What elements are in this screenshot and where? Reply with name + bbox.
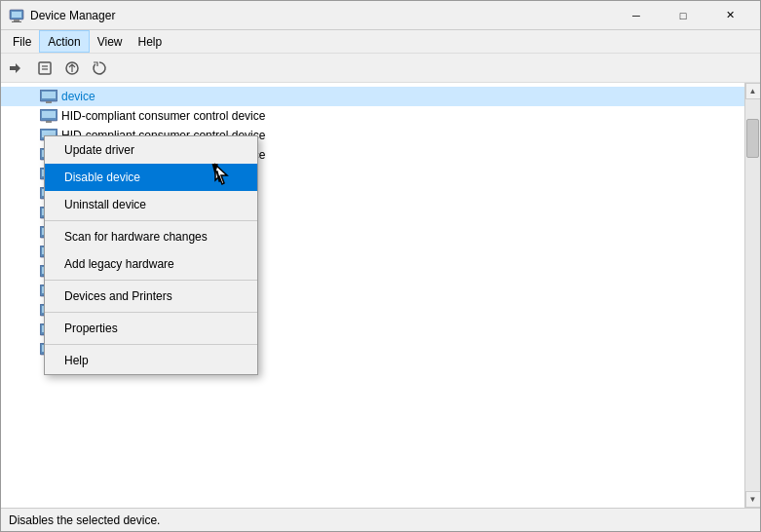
menu-file[interactable]: File: [5, 30, 39, 53]
status-text: Disables the selected device.: [9, 513, 160, 527]
menu-help[interactable]: Help: [131, 30, 171, 53]
menu-item-devices-printers[interactable]: Devices and Printers: [45, 283, 257, 310]
svg-rect-13: [46, 121, 52, 123]
tree-item-label: HID-compliant consumer control device: [61, 109, 265, 123]
menu-view[interactable]: View: [90, 30, 131, 53]
toolbar-back-btn[interactable]: [5, 57, 30, 80]
menu-bar: File Action View Help: [1, 30, 760, 54]
window-title: Device Manager: [30, 9, 614, 22]
device-icon-partial: [40, 88, 57, 105]
toolbar-properties-btn[interactable]: [32, 57, 57, 80]
menu-separator: [45, 344, 257, 345]
vertical-scrollbar[interactable]: ▲ ▼: [744, 83, 760, 508]
scroll-thumb[interactable]: [746, 119, 759, 158]
menu-separator: [45, 220, 257, 221]
toolbar: [1, 54, 760, 83]
scroll-up-arrow[interactable]: ▲: [745, 83, 761, 99]
window-controls: ─ □ ✕: [614, 2, 752, 29]
menu-item-scan-hardware[interactable]: Scan for hardware changes: [45, 223, 257, 250]
device-manager-window: Device Manager ─ □ ✕ File Action View He…: [0, 0, 761, 532]
svg-rect-3: [12, 21, 21, 22]
close-button[interactable]: ✕: [707, 2, 752, 29]
menu-item-update-driver[interactable]: Update driver: [45, 136, 257, 164]
scroll-down-arrow[interactable]: ▼: [745, 491, 761, 508]
status-bar: Disables the selected device.: [1, 508, 760, 531]
svg-rect-10: [46, 101, 52, 103]
tree-item-t1[interactable]: HID-compliant consumer control device: [1, 106, 744, 126]
menu-item-properties[interactable]: Properties: [45, 315, 257, 342]
svg-rect-12: [42, 111, 56, 118]
action-dropdown-menu[interactable]: Update driverDisable deviceUninstall dev…: [44, 135, 258, 375]
svg-rect-4: [39, 62, 51, 74]
menu-item-disable-device[interactable]: Disable device: [45, 164, 257, 191]
toolbar-scan-btn[interactable]: [87, 57, 112, 80]
maximize-button[interactable]: □: [661, 2, 705, 29]
svg-rect-2: [14, 19, 19, 21]
svg-rect-9: [42, 92, 56, 98]
menu-item-help[interactable]: Help: [45, 347, 257, 374]
scroll-track[interactable]: [745, 99, 760, 491]
window-icon: [9, 8, 24, 23]
menu-separator: [45, 312, 257, 313]
menu-item-uninstall-device[interactable]: Uninstall device: [45, 191, 257, 218]
menu-action[interactable]: Action: [39, 30, 89, 53]
partial-item-label: device: [61, 90, 95, 103]
svg-rect-1: [12, 12, 21, 18]
toolbar-update-btn[interactable]: [59, 57, 85, 80]
title-bar: Device Manager ─ □ ✕: [1, 1, 760, 30]
menu-separator: [45, 280, 257, 281]
tree-item-partial[interactable]: device: [1, 87, 744, 106]
menu-item-add-legacy[interactable]: Add legacy hardware: [45, 250, 257, 278]
main-content: device HID-compliant consumer control de…: [1, 83, 760, 508]
device-icon: [40, 107, 57, 125]
minimize-button[interactable]: ─: [614, 2, 659, 29]
